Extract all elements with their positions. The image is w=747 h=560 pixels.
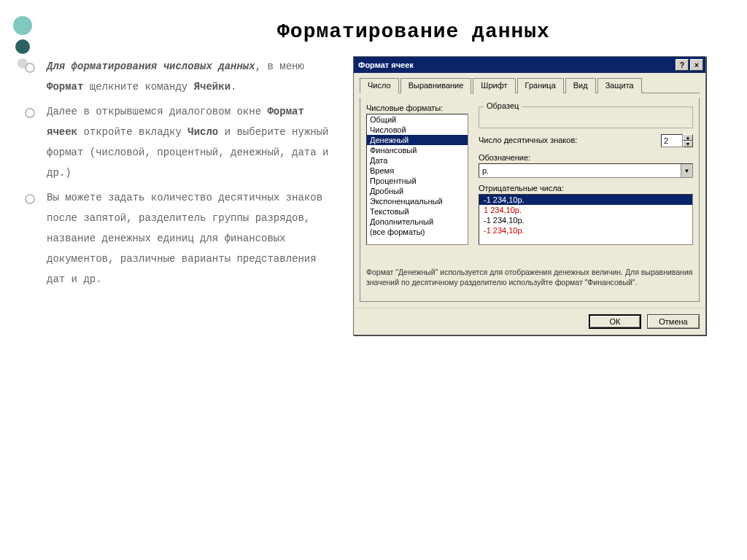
spinner-up-icon[interactable]: ▲ — [683, 134, 693, 141]
sample-value — [485, 112, 686, 122]
decimal-spinner[interactable]: ▲ ▼ — [661, 134, 693, 147]
format-option[interactable]: Денежный — [367, 135, 468, 145]
format-option[interactable]: Дата — [367, 155, 468, 166]
negative-option[interactable]: -1 234,10р. — [479, 195, 692, 205]
dialog-title: Формат ячеек — [358, 61, 674, 69]
slide-title: Форматирование данных — [102, 20, 725, 43]
formats-label: Числовые форматы: — [366, 104, 468, 112]
bullet-item: Далее в открывшемся диалоговом окне Форм… — [44, 101, 336, 183]
symbol-combobox[interactable]: р. ▼ — [479, 163, 693, 178]
tab-alignment[interactable]: Выравнивание — [400, 78, 472, 93]
sample-group: Образец — [479, 106, 693, 128]
tab-protection[interactable]: Защита — [597, 78, 642, 93]
dialog-titlebar[interactable]: Формат ячеек ? × — [354, 57, 705, 73]
bullet-item: Вы можете задать количество десятичных з… — [44, 187, 336, 289]
format-option[interactable]: Текстовый — [367, 206, 468, 217]
bullet-list: Для форматирования числовых данных, в ме… — [44, 56, 336, 294]
symbol-value: р. — [479, 166, 681, 175]
decimal-input[interactable] — [661, 134, 683, 147]
format-cells-dialog: Формат ячеек ? × Число Выравнивание Шриф… — [353, 56, 706, 335]
decoration-dots — [13, 16, 32, 69]
format-description: Формат "Денежный" используется для отобр… — [366, 267, 693, 287]
cancel-button[interactable]: Отмена — [647, 314, 700, 329]
format-option[interactable]: (все форматы) — [367, 227, 468, 237]
format-option[interactable]: Финансовый — [367, 145, 468, 155]
negative-option[interactable]: -1 234,10р. — [479, 215, 692, 225]
tab-strip: Число Выравнивание Шрифт Граница Вид Защ… — [360, 77, 700, 93]
format-option[interactable]: Время — [367, 166, 468, 176]
help-icon: ? — [680, 61, 684, 69]
negative-listbox[interactable]: -1 234,10р.1 234,10р.-1 234,10р.-1 234,1… — [479, 194, 693, 245]
format-option[interactable]: Числовой — [367, 125, 468, 135]
tab-font[interactable]: Шрифт — [473, 78, 515, 93]
chevron-down-icon[interactable]: ▼ — [681, 164, 692, 177]
format-option[interactable]: Дополнительный — [367, 217, 468, 227]
help-button[interactable]: ? — [676, 59, 689, 71]
symbol-label: Обозначение: — [479, 153, 693, 162]
decimal-label: Число десятичных знаков: — [479, 136, 655, 144]
format-option[interactable]: Процентный — [367, 176, 468, 186]
bullet-item: Для форматирования числовых данных, в ме… — [44, 56, 336, 97]
negative-option[interactable]: 1 234,10р. — [479, 205, 692, 215]
close-button[interactable]: × — [690, 59, 703, 71]
bold-text: Для форматирования числовых данных — [47, 61, 255, 72]
format-option[interactable]: Экспоненциальный — [367, 196, 468, 206]
format-option[interactable]: Дробный — [367, 186, 468, 196]
negative-label: Отрицательные числа: — [479, 184, 693, 192]
tab-view[interactable]: Вид — [565, 78, 596, 93]
formats-listbox[interactable]: ОбщийЧисловойДенежныйФинансовыйДатаВремя… — [366, 114, 468, 245]
sample-label: Образец — [484, 101, 522, 110]
close-icon: × — [694, 61, 699, 69]
negative-option[interactable]: -1 234,10р. — [479, 225, 692, 236]
spinner-down-icon[interactable]: ▼ — [683, 141, 693, 147]
tab-number[interactable]: Число — [360, 78, 399, 93]
format-option[interactable]: Общий — [367, 114, 468, 125]
ok-button[interactable]: ОК — [589, 314, 641, 329]
tab-border[interactable]: Граница — [517, 78, 564, 93]
